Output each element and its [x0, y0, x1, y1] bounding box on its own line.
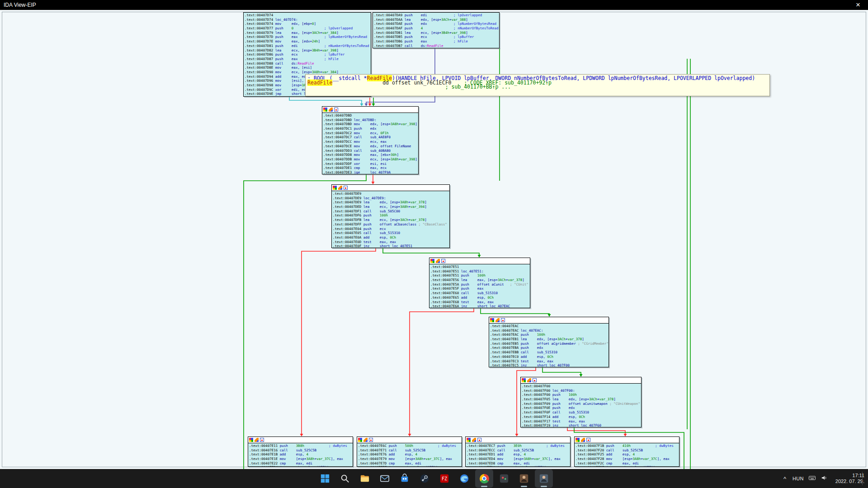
node-group-icon[interactable] [586, 438, 590, 442]
node-group-icon[interactable] [533, 378, 537, 382]
code-line: .text:00407DCE mov edx, offset FileName [323, 144, 418, 149]
node-edit-icon[interactable] [255, 438, 259, 442]
node-edit-icon[interactable] [329, 108, 333, 112]
node-group-icon[interactable] [441, 259, 445, 263]
volume-icon[interactable] [821, 474, 828, 483]
taskbar-icon-explorer[interactable] [356, 469, 374, 488]
clock-date: 2022. 07. 29. [835, 479, 864, 484]
node-group-icon[interactable] [501, 318, 505, 322]
node-color-icon[interactable] [490, 318, 494, 322]
tray-chevron-icon[interactable]: ^ [782, 475, 788, 482]
flow-edge [567, 427, 625, 434]
node-color-icon[interactable] [467, 438, 471, 442]
code-line: .text:00407DB7 call ds:ReadFile [374, 44, 499, 48]
taskbar-icon-chrome[interactable] [475, 469, 493, 488]
node-color-icon[interactable] [358, 438, 362, 442]
graph-node-407F1B[interactable]: .text:00407F1B push 410h ; dwBytes.text:… [574, 436, 679, 467]
close-button[interactable]: × [853, 0, 863, 10]
code-line: .text:00407E51 [430, 265, 530, 269]
flow-edge [542, 367, 581, 374]
code-line: .text:00407D74 loc_407D74: [245, 18, 371, 22]
code-line: .text:00407DC1 push edx [323, 127, 418, 131]
code-line: .text:00407E16 call sub_525C5B [249, 448, 353, 453]
code-line: .text:00407EDA jz short loc_407F9A [467, 465, 570, 467]
code-line: .text:00407DB6 push eax ; hFile [374, 39, 499, 44]
touch-keyboard-icon[interactable] [808, 474, 816, 483]
code-line: .text:00407DE9 [333, 192, 449, 196]
code-line: .text:00407DAF push 4 ; nNumberOfBytesTo… [374, 26, 499, 31]
node-group-icon[interactable] [334, 108, 338, 112]
node-edit-icon[interactable] [363, 438, 368, 442]
code-line: .text:00407DF6 push 100h [333, 213, 449, 218]
taskbar-icon-search[interactable] [336, 469, 354, 488]
code-line: .text:00407D88 call ds:ReadFile [245, 61, 371, 66]
taskbar-icon-steam[interactable] [415, 469, 434, 488]
taskbar-icon-person1[interactable] [515, 469, 533, 488]
code-line: .text:00407E0F jnz short loc_407E51 [333, 244, 449, 248]
node-toolbar [489, 317, 609, 324]
taskbar-icon-store[interactable] [396, 469, 414, 488]
code-line: .text:00407EB5 push offset aCgridmember … [490, 342, 609, 346]
taskbar-icon-start[interactable] [316, 469, 334, 488]
code-line: .text:00407E04 push ecx [333, 227, 449, 231]
node-edit-icon[interactable] [338, 186, 342, 190]
taskbar-clock[interactable]: 17:11 2022. 07. 29. [833, 473, 864, 484]
taskbar-icon-person2[interactable] [535, 469, 553, 488]
node-color-icon[interactable] [323, 108, 327, 112]
node-group-icon[interactable] [344, 186, 348, 190]
node-edit-icon[interactable] [472, 438, 476, 442]
node-group-icon[interactable] [260, 438, 264, 442]
graph-node-407E6C[interactable]: .text:00407E6C push 500h ; dwBytes.text:… [357, 436, 462, 467]
node-group-icon[interactable] [369, 438, 373, 442]
node-group-icon[interactable] [477, 438, 481, 442]
graph-node-407E51[interactable]: .text:00407E51.text:00407E51 loc_407E51:… [429, 258, 530, 308]
graph-node-407EAC[interactable]: .text:00407EAC.text:00407EAC loc_407EAC:… [489, 317, 609, 367]
flow-edge [289, 97, 362, 103]
code-line: .text:00407DFB lea ecx, [esp+3ACh+var_37… [333, 218, 449, 222]
node-code: .text:00407E11 push 3B8h ; dwBytes.text:… [248, 443, 353, 467]
code-line: .text:00407DBD loc_407DBD: [323, 118, 418, 122]
graph-node-407E11[interactable]: .text:00407E11 push 3B8h ; dwBytes.text:… [248, 436, 353, 467]
code-line: .text:00407E1B add esp, 4 [249, 452, 353, 457]
show-desktop-button[interactable] [862, 472, 864, 485]
graph-node-407F00[interactable]: .text:00407F00.text:00407F00 loc_407F00:… [520, 377, 642, 427]
code-line: .text:00407EC0 add esp, 0Ch [490, 355, 609, 359]
node-color-icon[interactable] [333, 186, 337, 190]
node-color-icon[interactable] [576, 438, 580, 442]
code-line: .text:00407ED1 add esp, 4 [467, 452, 570, 457]
taskbar-icon-media[interactable] [495, 469, 513, 488]
graph-node-407DBD[interactable]: .text:00407DBD.text:00407DBD loc_407DBD:… [322, 106, 419, 174]
node-edit-icon[interactable] [581, 438, 585, 442]
taskbar-icon-mail[interactable] [376, 469, 394, 488]
node-code: .text:00407DBD.text:00407DBD loc_407DBD:… [322, 113, 418, 174]
code-line: .text:00407D8E mov eax, [esi] [245, 66, 371, 70]
graph-canvas[interactable]: .text:00407D74.text:00407D74 loc_407D74:… [0, 0, 868, 488]
graph-node-407EC7[interactable]: .text:00407EC7 push 3E0h ; dwBytes.text:… [465, 436, 571, 467]
graph-node-407DE9[interactable]: .text:00407DE9.text:00407DE9 loc_407DE9:… [331, 184, 450, 248]
graph-node-407DA9[interactable]: .text:00407DA9 push edi ; lpOverlapped.t… [373, 12, 500, 48]
code-line: .text:00407D7E mov eax, [edx+24h] [245, 39, 371, 44]
node-color-icon[interactable] [430, 259, 434, 263]
taskbar-icon-filezilla[interactable]: FZ [435, 469, 453, 488]
code-line: .text:00407DDB mov ecx, [esp+3A8h+var_39… [323, 157, 418, 162]
code-line: .text:00407E6C push 500h ; dwBytes [358, 444, 462, 448]
code-line: .text:00407DAA lea edx, [esp+3ACh+var_38… [374, 18, 499, 22]
running-indicator [541, 486, 547, 487]
running-indicator [521, 486, 527, 487]
code-line: .text:00407F2E jz short loc_407F9A [576, 465, 679, 467]
node-edit-icon[interactable] [495, 318, 500, 322]
code-line: .text:00407ED8 cmp eax, edi [467, 461, 570, 466]
node-color-icon[interactable] [522, 378, 526, 382]
node-code: .text:00407DE9.text:00407DE9 loc_407DE9:… [332, 191, 449, 248]
node-code: .text:00407EAC.text:00407EAC loc_407EAC:… [489, 324, 609, 367]
node-color-icon[interactable] [249, 438, 253, 442]
code-line: .text:00407F14 add esp, 0Ch [522, 415, 641, 419]
code-line: .text:00407E51 loc_407E51: [430, 269, 530, 274]
code-line: .text:00407DCC mov ecx, eax [323, 140, 418, 144]
flow-edge [302, 248, 376, 434]
taskbar-icon-edge[interactable] [455, 469, 473, 488]
language-indicator[interactable]: HUN [793, 476, 804, 481]
node-edit-icon[interactable] [527, 378, 531, 382]
clock-time: 17:11 [835, 473, 864, 479]
node-edit-icon[interactable] [436, 259, 440, 263]
